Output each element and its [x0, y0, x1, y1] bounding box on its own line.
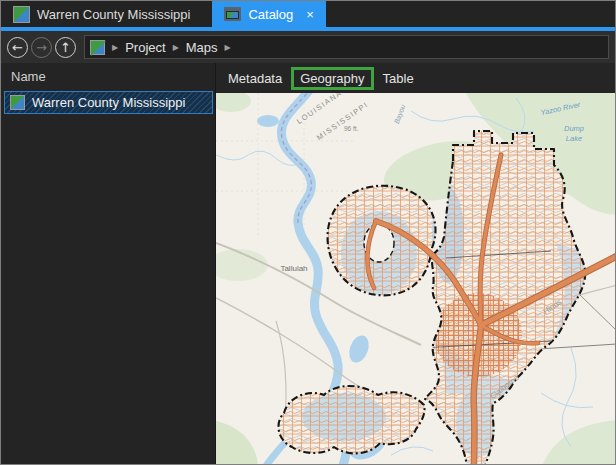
- catalog-icon: [224, 7, 241, 21]
- chevron-right-icon[interactable]: ▶: [173, 43, 179, 52]
- view-tab-bar: Warren County Mississippi Catalog ×: [1, 1, 615, 27]
- tree-item-warren-county[interactable]: Warren County Mississippi: [4, 91, 213, 114]
- dump-lake-label: Lake: [566, 134, 582, 143]
- breadcrumb-item-project[interactable]: Project: [125, 40, 165, 55]
- back-button[interactable]: ←: [7, 37, 28, 58]
- map-thumbnail-icon: [13, 6, 30, 23]
- catalog-tab-label: Catalog: [248, 7, 293, 22]
- catalog-tree-panel: Name Warren County Mississippi: [1, 63, 216, 464]
- chevron-right-icon[interactable]: ▶: [112, 43, 118, 52]
- close-icon[interactable]: ×: [306, 8, 314, 21]
- catalog-window: Warren County Mississippi Catalog × ← → …: [0, 0, 616, 465]
- tab-table[interactable]: Table: [383, 71, 414, 86]
- tab-catalog[interactable]: Catalog ×: [212, 1, 325, 27]
- elevation-label: 96 ft.: [344, 125, 359, 132]
- breadcrumb[interactable]: ▶ Project ▶ Maps ▶: [84, 35, 609, 59]
- breadcrumb-item-maps[interactable]: Maps: [186, 40, 218, 55]
- preview-tab-strip: Metadata Geography Table: [216, 63, 615, 93]
- tab-warren-county-map[interactable]: Warren County Mississippi: [1, 1, 202, 27]
- tab-metadata[interactable]: Metadata: [228, 71, 282, 86]
- forward-button[interactable]: →: [31, 37, 52, 58]
- chevron-right-icon[interactable]: ▶: [225, 43, 231, 52]
- tab-geography-highlight-box[interactable]: Geography: [291, 67, 373, 90]
- geography-preview-map[interactable]: LOUISIANA MISSISSIPPI 96 ft. Bayou Yazoo…: [216, 93, 615, 464]
- up-button[interactable]: ↑: [55, 37, 76, 58]
- breadcrumb-map-icon: [90, 40, 105, 55]
- dump-lake-label: Dump: [564, 124, 584, 133]
- map-thumbnail-icon: [10, 95, 25, 110]
- tab-geography: Geography: [300, 71, 364, 86]
- tallulah-label: Tallulah: [280, 264, 307, 273]
- map-tab-label: Warren County Mississippi: [37, 7, 190, 22]
- preview-panel: Metadata Geography Table: [216, 63, 615, 464]
- name-column-header: Name: [1, 63, 215, 90]
- forward-icon: →: [36, 41, 47, 54]
- tree-item-label: Warren County Mississippi: [32, 95, 185, 110]
- up-icon: ↑: [60, 41, 71, 54]
- back-icon: ←: [12, 41, 23, 54]
- catalog-toolbar: ← → ↑ ▶ Project ▶ Maps ▶: [1, 31, 615, 63]
